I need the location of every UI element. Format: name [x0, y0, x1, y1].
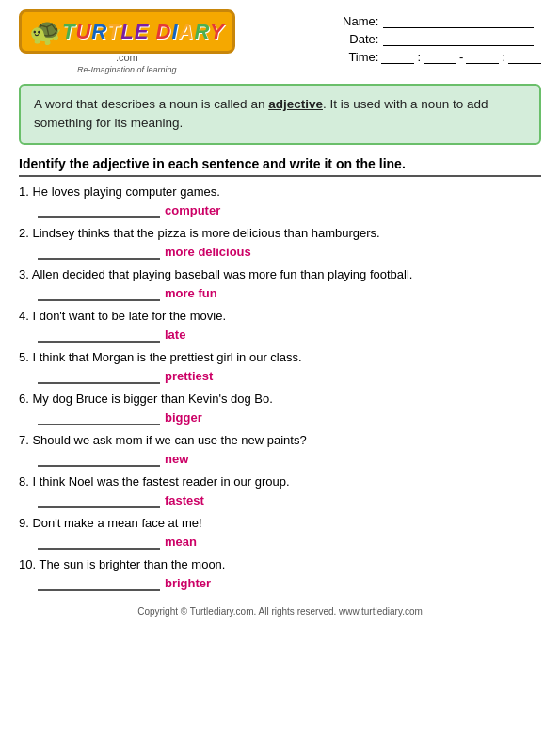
answer-blank[interactable] [38, 533, 160, 550]
answer-line: prettiest [38, 367, 541, 384]
answer-blank[interactable] [38, 409, 160, 425]
question-text: 9. Don't make a mean face at me! [19, 516, 541, 530]
question-block: 10. The sun is brighter than the moon.br… [19, 557, 541, 591]
logo-tagline: Re-Imagination of learning [77, 65, 177, 74]
time-blank-1 [381, 51, 414, 64]
question-block: 2. Lindsey thinks that the pizza is more… [19, 226, 541, 260]
answer-blank[interactable] [38, 450, 160, 467]
question-text: 2. Lindsey thinks that the pizza is more… [19, 226, 541, 240]
answer-line: more fun [38, 284, 541, 301]
answer-line: mean [38, 533, 541, 550]
answer-line: late [38, 326, 541, 343]
question-block: 1. He loves playing computer games.compu… [19, 184, 541, 218]
question-block: 3. Allen decided that playing baseball w… [19, 267, 541, 301]
header: 🐢 TURTLE DIARY .com Re-Imagination of le… [19, 9, 541, 74]
name-input-line [383, 15, 534, 28]
page: 🐢 TURTLE DIARY .com Re-Imagination of le… [0, 0, 560, 753]
answer-line: more delicious [38, 243, 541, 260]
question-block: 5. I think that Morgan is the prettiest … [19, 350, 541, 384]
time-sep-1: : [417, 50, 421, 64]
logo-area: 🐢 TURTLE DIARY .com Re-Imagination of le… [19, 9, 235, 74]
logo-box: 🐢 TURTLE DIARY [19, 9, 235, 54]
answer-text: computer [165, 203, 220, 217]
answer-text: brighter [165, 576, 211, 590]
answer-line: new [38, 450, 541, 467]
question-text: 5. I think that Morgan is the prettiest … [19, 350, 541, 364]
question-block: 6. My dog Bruce is bigger than Kevin's d… [19, 392, 541, 425]
answer-text: more fun [165, 286, 217, 300]
answer-line: bigger [38, 409, 541, 425]
question-text: 3. Allen decided that playing baseball w… [19, 267, 541, 281]
answer-blank[interactable] [38, 574, 160, 591]
answer-text: mean [165, 535, 197, 549]
question-block: 9. Don't make a mean face at me!mean [19, 516, 541, 550]
info-text-before: A word that describes a noun is called a… [34, 97, 268, 111]
question-block: 4. I don't want to be late for the movie… [19, 309, 541, 343]
time-blank-4 [508, 51, 541, 64]
question-text: 10. The sun is brighter than the moon. [19, 557, 541, 571]
footer-text: Copyright © Turtlediary.com. All rights … [137, 606, 423, 617]
time-field-row: Time: : - : [341, 50, 541, 64]
footer: Copyright © Turtlediary.com. All rights … [19, 601, 541, 617]
answer-blank[interactable] [38, 243, 160, 260]
logo-dotcom: .com [116, 52, 138, 63]
date-input-line [383, 33, 534, 46]
info-keyword: adjective [268, 97, 323, 111]
answer-blank[interactable] [38, 326, 160, 343]
question-text: 4. I don't want to be late for the movie… [19, 309, 541, 323]
answer-line: brighter [38, 574, 541, 591]
time-blank-2 [424, 51, 456, 64]
question-block: 7. Should we ask mom if we can use the n… [19, 433, 541, 467]
answer-text: more delicious [165, 245, 251, 259]
name-date-area: Name: Date: Time: : - : [341, 9, 541, 64]
date-label: Date: [341, 32, 378, 46]
answer-line: fastest [38, 491, 541, 508]
time-dash: - [459, 50, 463, 64]
question-text: 7. Should we ask mom if we can use the n… [19, 433, 541, 447]
name-field-row: Name: [341, 14, 541, 28]
answer-blank[interactable] [38, 491, 160, 508]
info-box: A word that describes a noun is called a… [19, 84, 541, 145]
answer-text: fastest [165, 493, 204, 507]
answer-blank[interactable] [38, 201, 160, 218]
answer-line: computer [38, 201, 541, 218]
turtle-icon: 🐢 [29, 16, 62, 47]
answer-blank[interactable] [38, 284, 160, 301]
name-label: Name: [341, 14, 378, 28]
instructions: Identify the adjective in each sentence … [19, 156, 541, 177]
answer-text: prettiest [165, 369, 213, 383]
questions-list: 1. He loves playing computer games.compu… [19, 184, 541, 591]
logo-text: TURTLE DIARY [62, 20, 225, 44]
date-field-row: Date: [341, 32, 541, 46]
time-blank-3 [466, 51, 499, 64]
answer-text: bigger [165, 410, 202, 425]
question-text: 1. He loves playing computer games. [19, 184, 541, 199]
question-block: 8. I think Noel was the fastest reader i… [19, 474, 541, 508]
answer-text: late [165, 328, 185, 342]
answer-text: new [165, 452, 188, 466]
time-label: Time: [341, 50, 378, 64]
question-text: 8. I think Noel was the fastest reader i… [19, 474, 541, 489]
answer-blank[interactable] [38, 367, 160, 384]
time-sep-2: : [502, 50, 505, 64]
question-text: 6. My dog Bruce is bigger than Kevin's d… [19, 392, 541, 406]
